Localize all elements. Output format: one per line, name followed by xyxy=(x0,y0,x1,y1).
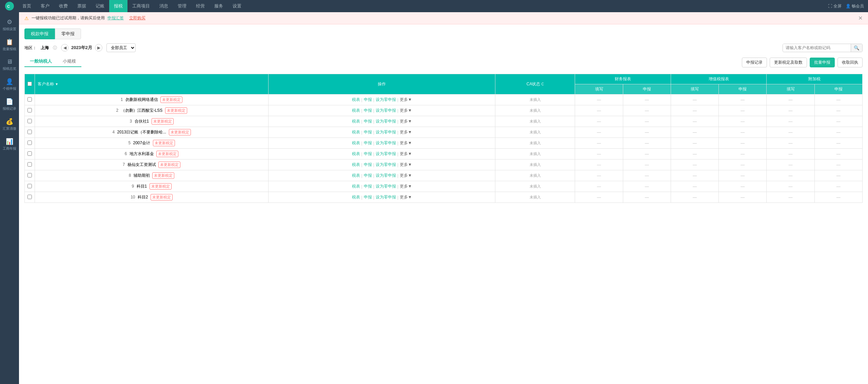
row-f3-4: — xyxy=(671,138,718,149)
nav-settings[interactable]: 设置 xyxy=(228,0,246,12)
op-declare-4[interactable]: 申报 xyxy=(364,140,372,146)
update-tax-btn[interactable]: 更新税定及取数 xyxy=(770,58,807,67)
nav-client[interactable]: 客户 xyxy=(36,0,54,12)
op-zero-3[interactable]: 设为零申报 xyxy=(376,129,396,135)
row-checkbox-9[interactable] xyxy=(27,195,32,199)
op-zero-7[interactable]: 设为零申报 xyxy=(376,173,396,178)
op-declare-5[interactable]: 申报 xyxy=(364,151,372,157)
op-more-7[interactable]: 更多▼ xyxy=(400,173,412,178)
op-more-2[interactable]: 更多▼ xyxy=(400,119,412,124)
nav-fee[interactable]: 收费 xyxy=(54,0,73,12)
op-tax-form-1[interactable]: 税表 xyxy=(352,108,360,113)
nav-account[interactable]: 记账 xyxy=(91,0,109,12)
op-declare-8[interactable]: 申报 xyxy=(364,184,372,189)
search-button[interactable]: 🔍 xyxy=(851,44,862,52)
op-tax-form-9[interactable]: 税表 xyxy=(352,194,360,200)
row-checkbox-6[interactable] xyxy=(27,162,32,167)
nav-invoice[interactable]: 票据 xyxy=(73,0,91,12)
op-tax-form-6[interactable]: 税表 xyxy=(352,162,360,168)
row-checkbox-1[interactable] xyxy=(27,108,32,112)
nav-home[interactable]: 首页 xyxy=(18,0,36,12)
op-declare-0[interactable]: 申报 xyxy=(364,97,372,103)
sidebar-item-batch-tax[interactable]: 📋 批量报税 xyxy=(0,35,19,55)
fullscreen-btn[interactable]: ⛶ 全屏 xyxy=(828,3,841,9)
nav-manage[interactable]: 管理 xyxy=(173,0,191,12)
op-zero-4[interactable]: 设为零申报 xyxy=(376,140,396,146)
op-zero-2[interactable]: 设为零申报 xyxy=(376,119,396,124)
row-checkbox-7[interactable] xyxy=(27,173,32,177)
nav-message[interactable]: 消息 xyxy=(155,0,173,12)
next-month-btn[interactable]: ▶ xyxy=(95,44,102,51)
op-tax-form-7[interactable]: 税表 xyxy=(352,173,360,178)
op-tax-form-3[interactable]: 税表 xyxy=(352,129,360,135)
tab-zero-declaration[interactable]: 零申报 xyxy=(55,28,81,39)
prev-month-btn[interactable]: ◀ xyxy=(61,44,68,51)
row-checkbox-4[interactable] xyxy=(27,141,32,145)
row-checkbox-8[interactable] xyxy=(27,184,32,188)
tab-general-taxpayer[interactable]: 一般纳税人 xyxy=(24,56,57,67)
collect-receipt-btn[interactable]: 收取回执 xyxy=(837,58,863,67)
row-f6-3: — xyxy=(814,127,862,138)
row-checkbox-5[interactable] xyxy=(27,151,32,156)
op-declare-2[interactable]: 申报 xyxy=(364,119,372,124)
op-tax-form-2[interactable]: 税表 xyxy=(352,119,360,124)
op-more-0[interactable]: 更多▼ xyxy=(400,97,412,103)
op-tax-form-8[interactable]: 税表 xyxy=(352,184,360,189)
row-ops-9: 税表 | 申报 | 设为零申报 | 更多▼ xyxy=(269,192,495,203)
op-declare-6[interactable]: 申报 xyxy=(364,162,372,168)
tab-small-scale[interactable]: 小规模 xyxy=(57,56,81,67)
nav-service[interactable]: 服务 xyxy=(210,0,228,12)
op-tax-form-5[interactable]: 税表 xyxy=(352,151,360,157)
sidebar-item-tax-settings[interactable]: ⚙ 报税设置 xyxy=(0,15,19,35)
staff-select[interactable]: 全部员工 xyxy=(106,43,136,52)
row-checkbox-2[interactable] xyxy=(27,119,32,123)
row-checkbox-3[interactable] xyxy=(27,130,32,134)
op-more-1[interactable]: 更多▼ xyxy=(400,108,412,113)
row-f1-4: — xyxy=(575,138,623,149)
tab-tax-declaration[interactable]: 税款申报 xyxy=(24,28,55,39)
op-zero-8[interactable]: 设为零申报 xyxy=(376,184,396,189)
banner-close-btn[interactable]: ✕ xyxy=(858,15,863,21)
select-all-checkbox[interactable] xyxy=(27,82,32,86)
info-icon[interactable]: ⓘ xyxy=(53,45,57,51)
op-zero-9[interactable]: 设为零申报 xyxy=(376,194,396,200)
search-input[interactable] xyxy=(783,44,851,51)
op-declare-1[interactable]: 申报 xyxy=(364,108,372,113)
row-ops-4: 税表 | 申报 | 设为零申报 | 更多▼ xyxy=(269,138,495,149)
row-ca-5: 未插入 xyxy=(495,149,575,159)
sidebar-item-tax-record[interactable]: 📄 报税记录 xyxy=(0,94,19,114)
op-more-6[interactable]: 更多▼ xyxy=(400,162,412,168)
sidebar-item-tax-overview[interactable]: 🖥 报税总览 xyxy=(0,55,19,74)
op-more-9[interactable]: 更多▼ xyxy=(400,194,412,200)
trial-banner: ⚠ 一键报税功能已过试用期，请购买后使用 申报汇签 立即购买 ✕ xyxy=(19,12,868,24)
banner-buy-link[interactable]: 立即购买 xyxy=(129,15,145,21)
sidebar-item-annual-settlement[interactable]: 💰 汇算清缴 xyxy=(0,114,19,134)
row-ca-2: 未插入 xyxy=(495,116,575,127)
op-declare-9[interactable]: 申报 xyxy=(364,194,372,200)
row-f4-3: — xyxy=(719,127,767,138)
op-zero-6[interactable]: 设为零申报 xyxy=(376,162,396,168)
op-tax-form-4[interactable]: 税表 xyxy=(352,140,360,146)
batch-declare-btn[interactable]: 批量申报 xyxy=(810,58,835,67)
op-more-5[interactable]: 更多▼ xyxy=(400,151,412,157)
op-zero-5[interactable]: 设为零申报 xyxy=(376,151,396,157)
sidebar-item-personal-tax[interactable]: 👤 个税申报 xyxy=(0,74,19,94)
banner-declaration-link[interactable]: 申报汇签 xyxy=(107,15,124,21)
op-declare-7[interactable]: 申报 xyxy=(364,173,372,178)
op-tax-form-0[interactable]: 税表 xyxy=(352,97,360,103)
op-more-3[interactable]: 更多▼ xyxy=(400,129,412,135)
nav-tax[interactable]: 报税 xyxy=(109,0,127,12)
row-f5-6: — xyxy=(767,159,814,170)
row-client-name-8: 9 科目1 未更新税定 xyxy=(35,181,269,192)
nav-operation[interactable]: 经营 xyxy=(191,0,210,12)
row-checkbox-0[interactable] xyxy=(27,97,32,102)
declaration-record-btn[interactable]: 申报记录 xyxy=(742,58,767,67)
op-zero-1[interactable]: 设为零申报 xyxy=(376,108,396,113)
op-declare-3[interactable]: 申报 xyxy=(364,129,372,135)
member-btn[interactable]: 👤 畅会员 xyxy=(846,3,864,9)
op-more-4[interactable]: 更多▼ xyxy=(400,140,412,146)
sidebar-item-annual-report[interactable]: 📊 工商年报 xyxy=(0,134,19,154)
nav-commerce[interactable]: 工商项目 xyxy=(127,0,155,12)
op-more-8[interactable]: 更多▼ xyxy=(400,184,412,189)
op-zero-0[interactable]: 设为零申报 xyxy=(376,97,396,103)
